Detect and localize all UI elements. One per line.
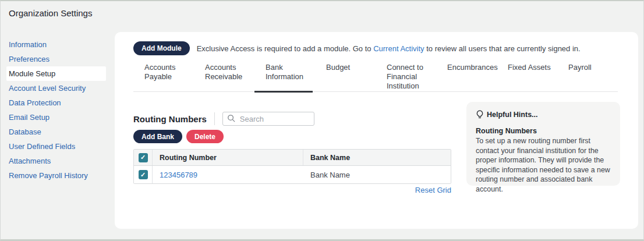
helpful-hints-title-row: Helpful Hints... [476, 110, 611, 119]
routing-numbers-header: Routing Numbers [133, 111, 314, 126]
helpful-hints-subtitle: Routing Numbers [476, 127, 611, 135]
sidebar-item-attachments[interactable]: Attachments [6, 154, 106, 168]
tab-budget[interactable]: Budget [315, 61, 376, 91]
sidebar-item-remove-payroll-history[interactable]: Remove Payroll History [6, 168, 106, 183]
tab-connect-to-financial-institution[interactable]: Connect to Financial Institution [376, 61, 436, 91]
tab-accounts-receivable[interactable]: Accounts Receivable [194, 61, 254, 91]
checkmark-icon: ✓ [140, 154, 146, 161]
delete-button[interactable]: Delete [186, 130, 224, 143]
notice-text-before: Exclusive Access is required to add a mo… [197, 44, 371, 53]
tab-payroll[interactable]: Payroll [557, 61, 618, 91]
exclusive-access-notice: Exclusive Access is required to add a mo… [197, 44, 581, 53]
sidebar: Information Preferences Module Setup Acc… [1, 37, 115, 183]
module-bar: Add Module Exclusive Access is required … [133, 41, 621, 55]
helpful-hints-title: Helpful Hints... [487, 111, 538, 119]
header-routing-number-cell: Routing Number [153, 150, 303, 165]
add-module-button[interactable]: Add Module [133, 41, 190, 55]
reset-grid-link[interactable]: Reset Grid [415, 186, 451, 194]
sidebar-item-database[interactable]: Database [6, 125, 106, 139]
column-header-bank-name: Bank Name [310, 154, 350, 162]
row-checkbox-cell: ✓ [134, 166, 153, 183]
row-bank-name-cell: Bank Name [303, 166, 451, 183]
search-icon [227, 114, 236, 123]
bank-name-value: Bank Name [310, 171, 350, 179]
vertical-divider [214, 112, 215, 125]
tab-bank-information[interactable]: Bank Information [254, 61, 315, 91]
routing-numbers-heading: Routing Numbers [133, 114, 207, 124]
grid-actions: Add Bank Delete [133, 130, 224, 143]
sidebar-item-account-level-security[interactable]: Account Level Security [6, 81, 106, 95]
table-row: ✓ 123456789 Bank Name [134, 166, 451, 183]
routing-number-link[interactable]: 123456789 [160, 171, 197, 179]
sidebar-item-information[interactable]: Information [6, 37, 106, 52]
notice-text-after: to review all users that are currently s… [426, 44, 580, 53]
reset-grid-row: Reset Grid [133, 185, 451, 195]
page-title: Organization Settings [9, 8, 92, 18]
sidebar-item-preferences[interactable]: Preferences [6, 52, 106, 66]
select-all-checkbox[interactable]: ✓ [139, 153, 148, 162]
tab-fixed-assets[interactable]: Fixed Assets [497, 61, 557, 91]
row-routing-number-cell: 123456789 [153, 166, 303, 183]
table-header-row: ✓ Routing Number Bank Name [134, 150, 451, 166]
sidebar-item-user-defined-fields[interactable]: User Defined Fields [6, 139, 106, 154]
tab-encumbrances[interactable]: Encumbrances [436, 61, 497, 91]
search-box [222, 112, 314, 126]
routing-numbers-table: ✓ Routing Number Bank Name ✓ 123456789 B… [133, 149, 451, 184]
helpful-hints-body: To set up a new routing number first con… [476, 136, 611, 194]
tab-accounts-payable[interactable]: Accounts Payable [133, 61, 194, 91]
lightbulb-icon [476, 110, 484, 119]
header-checkbox-cell: ✓ [134, 150, 153, 165]
sidebar-item-module-setup[interactable]: Module Setup [6, 66, 106, 81]
module-setup-panel: Add Module Exclusive Access is required … [115, 32, 638, 229]
add-bank-button[interactable]: Add Bank [133, 130, 182, 143]
search-input[interactable] [222, 112, 314, 126]
header-bank-name-cell: Bank Name [303, 150, 451, 165]
current-activity-link[interactable]: Current Activity [373, 44, 424, 53]
checkmark-icon: ✓ [140, 171, 146, 179]
sidebar-item-data-protection[interactable]: Data Protection [6, 95, 106, 110]
row-checkbox[interactable]: ✓ [139, 170, 148, 179]
module-tabs: Accounts Payable Accounts Receivable Ban… [133, 61, 618, 92]
column-header-routing-number: Routing Number [160, 154, 217, 162]
titlebar: Organization Settings [1, 1, 643, 24]
sidebar-item-email-setup[interactable]: Email Setup [6, 110, 106, 125]
helpful-hints-panel: Helpful Hints... Routing Numbers To set … [466, 102, 620, 186]
